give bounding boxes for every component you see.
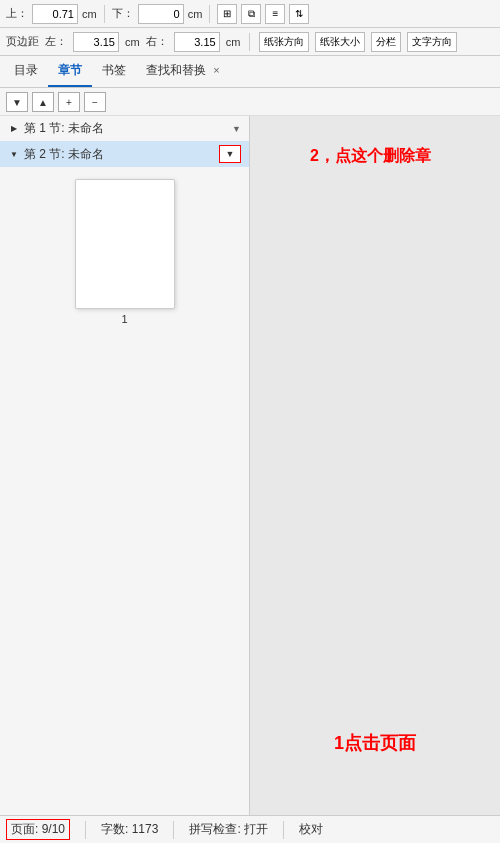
tab-find-replace[interactable]: 查找和替换 × [136,56,230,87]
page-number: 1 [121,313,127,325]
top-input[interactable] [32,4,78,24]
mirror-btn[interactable]: ⊞ [217,4,237,24]
left-label: 左： [45,34,67,49]
paper-size-btn[interactable]: 纸张大小 [315,32,365,52]
status-sep1 [85,821,86,839]
thumbnail-area: 1 [0,167,249,337]
btn-minus[interactable]: − [84,92,106,112]
tab-toc[interactable]: 目录 [4,56,48,87]
bottom-label: 下： [112,6,134,21]
spell-check: 拼写检查: 打开 [189,821,268,838]
status-bar: 页面: 9/10 字数: 1173 拼写检查: 打开 校对 [0,815,500,843]
top-unit: cm [82,8,97,20]
main-area: ▶ 第 1 节: 未命名 ▼ ▼ 第 2 节: 未命名 ▼ 1 2，点这个删除章… [0,116,500,815]
text-dir-btn[interactable]: 文字方向 [407,32,457,52]
page-thumbnail[interactable] [75,179,175,309]
page-status-badge[interactable]: 页面: 9/10 [6,819,70,840]
section-1-item[interactable]: ▶ 第 1 节: 未命名 ▼ [0,116,249,141]
section-2-label: 第 2 节: 未命名 [24,146,215,163]
sep2 [209,5,210,23]
section-2-item[interactable]: ▼ 第 2 节: 未命名 ▼ [0,141,249,167]
right-unit: cm [226,36,241,48]
left-input[interactable] [73,32,119,52]
status-sep2 [173,821,174,839]
margin-label: 页边距 [6,34,39,49]
section-2-arrow: ▼ [8,148,20,160]
left-panel: ▶ 第 1 节: 未命名 ▼ ▼ 第 2 节: 未命名 ▼ 1 [0,116,250,815]
left-unit: cm [125,36,140,48]
toolbar-row1: 上： cm 下： cm ⊞ ⧉ ≡ ⇅ [0,0,500,28]
section-2-dropdown-btn[interactable]: ▼ [219,145,241,163]
align-left-btn[interactable]: ≡ [265,4,285,24]
sort-btn[interactable]: ⇅ [289,4,309,24]
tab-chapter[interactable]: 章节 [48,56,92,87]
section-1-arrow: ▶ [8,123,20,135]
proofread: 校对 [299,821,323,838]
status-sep3 [283,821,284,839]
panel-controls: ▼ ▲ + − [0,88,500,116]
tab-bookmark[interactable]: 书签 [92,56,136,87]
btn-up[interactable]: ▲ [32,92,54,112]
toolbar-row2: 页边距 左： cm 右： cm 纸张方向 纸张大小 分栏 文字方向 [0,28,500,56]
annotation-text: 2，点这个删除章 [310,146,431,167]
copy-btn[interactable]: ⧉ [241,4,261,24]
bottom-hint: 1点击页面 [250,731,500,755]
tab-bar: 目录 章节 书签 查找和替换 × [0,56,500,88]
right-label: 右： [146,34,168,49]
sep1 [104,5,105,23]
top-label: 上： [6,6,28,21]
bottom-input[interactable] [138,4,184,24]
right-input[interactable] [174,32,220,52]
sep3 [249,33,250,51]
section-1-label: 第 1 节: 未命名 [24,120,232,137]
columns-btn[interactable]: 分栏 [371,32,401,52]
bottom-unit: cm [188,8,203,20]
tab-close-icon[interactable]: × [213,64,219,76]
section-1-expand-icon: ▼ [232,124,241,134]
btn-down[interactable]: ▼ [6,92,28,112]
word-count: 字数: 1173 [101,821,158,838]
paper-dir-btn[interactable]: 纸张方向 [259,32,309,52]
right-content: 2，点这个删除章 1点击页面 [250,116,500,815]
btn-add[interactable]: + [58,92,80,112]
